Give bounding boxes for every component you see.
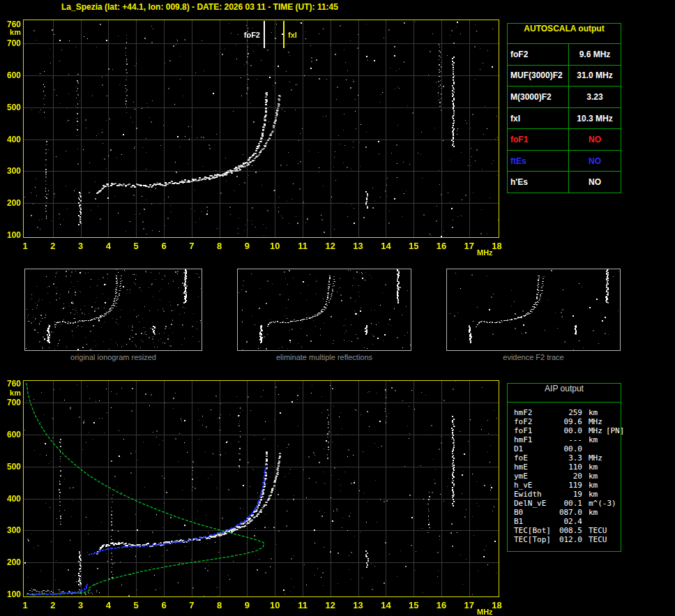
x-tick-label: 13 <box>349 600 367 610</box>
x-tick-label: 14 <box>377 600 395 610</box>
aip-row-name: B0 <box>514 508 557 517</box>
thumbnail-caption-no-multiples: eliminate multiple reflections <box>237 353 411 361</box>
aip-row-unit: km <box>589 408 598 417</box>
aip-row-hvE: h_vE119km <box>514 481 621 490</box>
autoscaled-ionogram-panel: foF2fxI <box>23 20 499 238</box>
aip-row-D1: D100.0 <box>514 444 621 453</box>
aip-row-value: 008.5 <box>557 526 582 535</box>
autoscala-row-label: foF2 <box>508 44 569 65</box>
aip-row-name: hmF1 <box>514 435 557 444</box>
x-tick-label: 2 <box>44 600 62 610</box>
aip-row-name: h_vE <box>514 481 557 490</box>
aip-row-value: 119 <box>557 481 582 490</box>
x-tick-label: 4 <box>99 241 117 251</box>
x-tick-label: 9 <box>238 600 256 610</box>
aip-row-unit: km <box>589 463 598 472</box>
x-tick-label: 9 <box>238 241 256 251</box>
x-tick-label: 4 <box>99 600 117 610</box>
aip-row-unit: km <box>589 435 598 444</box>
aip-table-body: hmF2259kmfoF209.6MHzfoF100.0MHz[PN]hmF1-… <box>508 403 621 544</box>
aip-row-TECBot: TEC[Bot]008.5TECU <box>514 526 621 535</box>
aip-row-name: hmF2 <box>514 408 557 417</box>
aip-row-value: 087.0 <box>557 508 582 517</box>
aip-row-foF2: foF209.6MHz <box>514 417 621 426</box>
autoscala-row-label: M(3000)F2 <box>508 87 569 107</box>
aip-row-DelNvE: DelN_vE00.1m^(-3) <box>514 499 621 508</box>
y-tick-label: 500 <box>1 103 21 112</box>
autoscala-row-label: fxI <box>508 108 569 129</box>
y-tick-label: 600 <box>1 430 21 440</box>
x-tick-label: 5 <box>127 241 145 251</box>
aip-row-hmF1: hmF1---km <box>514 435 621 444</box>
profile-ionogram-canvas <box>24 381 499 596</box>
y-tick-label: 100 <box>1 230 21 240</box>
x-tick-label: 18 <box>488 241 506 251</box>
autoscaled-ionogram-canvas <box>24 20 499 237</box>
fxI-marker-label: fxI <box>288 31 320 39</box>
y-axis-unit-label: km <box>1 389 21 397</box>
aip-row-foF1: foF100.0MHz[PN] <box>514 426 621 435</box>
autoscala-row-foF2: foF29.6 MHz <box>508 44 621 66</box>
aip-row-foE: foE3.3MHz <box>514 453 621 463</box>
x-tick-label: 6 <box>155 600 173 610</box>
thumbnail-no-multiple-reflections <box>237 269 411 351</box>
y-tick-label: 600 <box>1 70 21 80</box>
x-tick-label: 6 <box>155 241 173 251</box>
aip-row-name: Ewidth <box>514 490 557 499</box>
autoscala-row-label: MUF(3000)F2 <box>508 66 569 87</box>
profile-ionogram-panel <box>23 380 499 597</box>
x-tick-label: 7 <box>183 600 201 610</box>
x-tick-label: 8 <box>211 600 229 610</box>
aip-table-title: AIP output <box>508 384 621 403</box>
aip-row-value: --- <box>557 435 582 444</box>
fxI-marker-line <box>283 21 285 48</box>
x-tick-label: 13 <box>349 241 367 251</box>
autoscala-row-value: 3.23 <box>569 87 621 107</box>
y-tick-label: 400 <box>1 135 21 144</box>
x-tick-label: 17 <box>460 241 478 251</box>
x-tick-label: 15 <box>404 241 423 251</box>
aip-row-value: 02.4 <box>557 517 582 526</box>
x-tick-label: 14 <box>377 241 395 251</box>
aip-row-value: 3.3 <box>557 453 582 463</box>
station-date-title: La_Spezia (lat: +44.1, lon: 009.8) - DAT… <box>61 2 338 12</box>
x-tick-label: 17 <box>460 600 478 610</box>
autoscala-row-value: 9.6 MHz <box>569 44 621 65</box>
aip-row-name: D1 <box>514 444 557 453</box>
aip-row-unit: MHz <box>589 417 602 426</box>
aip-row-value: 00.0 <box>557 426 582 435</box>
x-tick-label: 16 <box>432 600 450 610</box>
aip-row-name: foF1 <box>514 426 557 435</box>
y-tick-label: 760 <box>1 20 21 29</box>
y-tick-label: 300 <box>1 525 21 535</box>
aip-row-TECTop: TEC[Top]012.0TECU <box>514 535 621 544</box>
autoscala-row-label: foF1 <box>508 129 569 150</box>
autoscala-output-screen: La_Spezia (lat: +44.1, lon: 009.8) - DAT… <box>0 0 675 616</box>
aip-row-value: 20 <box>557 472 582 481</box>
aip-row-hmF2: hmF2259km <box>514 408 621 417</box>
x-tick-label: 10 <box>266 241 284 251</box>
y-axis-unit-label: km <box>1 28 21 36</box>
y-tick-label: 700 <box>1 398 21 407</box>
aip-row-value: 259 <box>557 408 582 417</box>
x-tick-label: 11 <box>294 600 312 610</box>
aip-row-name: TEC[Bot] <box>514 526 557 535</box>
aip-row-hmE: hmE110km <box>514 463 621 472</box>
aip-row-name: TEC[Top] <box>514 535 557 544</box>
aip-row-B1: B102.4 <box>514 517 621 526</box>
autoscala-row-MUF3000F2: MUF(3000)F231.0 MHz <box>508 66 621 87</box>
aip-row-unit: MHz <box>589 453 602 463</box>
aip-row-unit: km <box>589 508 598 517</box>
y-tick-label: 200 <box>1 557 21 567</box>
aip-row-ymE: ymE20km <box>514 472 621 481</box>
x-tick-label: 7 <box>183 241 201 251</box>
x-tick-label: 1 <box>16 241 34 251</box>
thumbnail-no-multiples-canvas <box>238 269 411 350</box>
autoscala-row-value: NO <box>569 129 621 150</box>
y-tick-label: 100 <box>1 589 21 599</box>
autoscala-output-table: AUTOSCALA output foF29.6 MHzMUF(3000)F23… <box>507 23 621 193</box>
aip-row-unit: km <box>589 472 598 481</box>
y-tick-label: 500 <box>1 462 21 472</box>
aip-row-name: hmE <box>514 463 557 472</box>
aip-row-extra: [PN] <box>606 426 625 435</box>
